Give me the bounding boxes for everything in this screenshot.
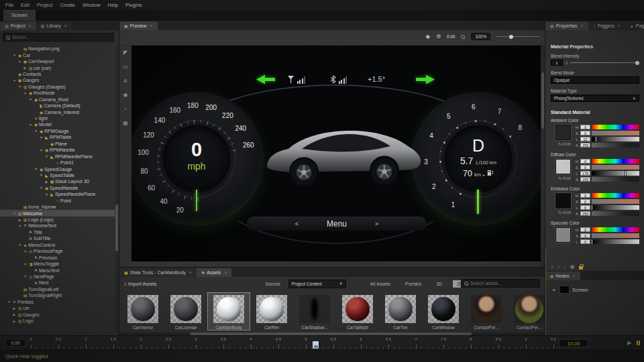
color-swatch[interactable]	[555, 159, 571, 174]
select-tool-icon[interactable]: ◤	[123, 50, 127, 56]
tab-library[interactable]: ▥Library×	[36, 21, 72, 30]
tree-item-nextpage[interactable]: ▼◎NextPage	[0, 274, 115, 280]
channel-value[interactable]: 0	[580, 205, 590, 210]
expander-icon[interactable]: ▼	[12, 53, 17, 57]
assets-search[interactable]	[461, 279, 540, 288]
menu-edit[interactable]: Edit	[21, 2, 30, 8]
channel-value[interactable]: 255	[580, 211, 590, 216]
timeline-end-time[interactable]: 10,00	[559, 339, 588, 347]
display-mode-icon[interactable]: ◉	[425, 34, 430, 40]
channel-value[interactable]: 0	[580, 199, 590, 204]
timeline[interactable]: 0,00 00.511.522.533.544.555.566.577.588.…	[0, 335, 644, 350]
tree-item-gauges[interactable]: ▶▥Gauges	[0, 311, 115, 317]
source-dropdown[interactable]: Project Content ▼	[288, 280, 346, 288]
to-rgb-button[interactable]: To RGB	[558, 142, 571, 146]
edit-button[interactable]: Edit	[447, 34, 455, 39]
asset-carrim[interactable]: CarRim	[251, 293, 292, 330]
blend-mode-select[interactable]: Opaque	[551, 76, 639, 84]
expander-icon[interactable]: ▼	[23, 274, 28, 278]
help-icon[interactable]: ?	[551, 265, 553, 269]
expander-icon[interactable]: ▼	[28, 123, 33, 127]
tree-item-previous[interactable]: APrevious	[0, 254, 115, 260]
tree-item-logo[interactable]: ▶▥Logo	[0, 318, 115, 324]
tree-item-logo-logo[interactable]: ▶▥Logo (Logo)	[0, 217, 115, 223]
expander-icon[interactable]: ▼	[44, 154, 49, 158]
tree-item-rpmgauge[interactable]: ▼◉RPMGauge	[0, 128, 115, 134]
tree-item-rpmneedleplane[interactable]: ▼◣RPMNeedlePlane	[0, 153, 115, 159]
zoom-slider-knob[interactable]	[509, 35, 513, 39]
close-icon[interactable]: ×	[150, 23, 153, 28]
expander-icon[interactable]: ▼	[23, 91, 28, 95]
menu-project[interactable]: Project	[37, 2, 52, 8]
tree-item-rootnode[interactable]: ▼◉RootNode	[0, 90, 115, 96]
tree-item-carviewport[interactable]: ▼▣CarViewport	[0, 58, 115, 64]
timeline-current-time[interactable]: 0,00	[5, 339, 25, 347]
expander-icon[interactable]: ▼	[17, 243, 22, 247]
channel-slider[interactable]	[592, 137, 639, 141]
expander-icon[interactable]: ▶	[552, 288, 557, 292]
material-type-select[interactable]: PhongTextured ▼	[551, 95, 639, 102]
asset-carinterior[interactable]: CarInterior	[122, 293, 164, 330]
tab-screen[interactable]: Screen	[3, 10, 36, 21]
tree-item-gauges[interactable]: ▼▣Gauges	[0, 77, 115, 83]
channel-value[interactable]: 0	[580, 159, 590, 164]
color-swatch[interactable]	[555, 227, 571, 243]
expander-icon[interactable]: ▼	[39, 186, 44, 190]
expander-icon[interactable]: ▼	[39, 173, 44, 177]
tree-item-model[interactable]: ▼◉Model	[0, 121, 115, 127]
asset-carlicense[interactable]: CarLicense	[165, 293, 207, 330]
tree-item-title[interactable]: ATitle	[0, 229, 115, 235]
channel-value[interactable]: 0	[580, 125, 590, 129]
play-icon[interactable]: ▶	[627, 340, 631, 346]
close-icon[interactable]: ×	[28, 23, 31, 28]
tree-item-icons-toprow[interactable]: ▤icons_toprow	[0, 204, 115, 210]
expander-icon[interactable]: ▼	[39, 135, 44, 139]
tree-item-welcometext[interactable]: ▼TWelcomeText	[0, 223, 115, 229]
expander-icon[interactable]: ▼	[12, 78, 17, 82]
filter-prefabs[interactable]: Prefabs	[401, 280, 425, 288]
color-swatch[interactable]	[555, 125, 571, 140]
expander-icon[interactable]: ▶	[17, 218, 22, 222]
frame-icon[interactable]: ▦	[570, 264, 574, 269]
close-icon[interactable]: ×	[618, 23, 621, 28]
tree-item-subtitle[interactable]: ASubTitle	[0, 235, 115, 241]
tree-item-camera-default[interactable]: ◧Camera (Default)	[0, 103, 115, 109]
channel-value[interactable]: 178	[580, 171, 590, 176]
menu-create[interactable]: Create	[60, 2, 75, 8]
document-icon[interactable]	[313, 341, 319, 349]
channel-slider[interactable]	[592, 159, 639, 164]
expander-icon[interactable]: ▼	[12, 211, 17, 215]
expander-icon[interactable]: ▶	[44, 180, 49, 184]
channel-value[interactable]: 255	[580, 143, 590, 147]
blend-intensity-slider[interactable]	[570, 62, 639, 63]
tree-item-prefabs[interactable]: ▼●Prefabs	[0, 299, 115, 305]
channel-value[interactable]: 0	[580, 227, 590, 232]
tree-item-speedgauge[interactable]: ▼◉SpeedGauge	[0, 166, 115, 172]
tree-item-welcome[interactable]: ▼▧Welcome	[0, 210, 115, 216]
expander-icon[interactable]: ▼	[17, 84, 22, 88]
expander-icon[interactable]: ▼	[7, 300, 11, 304]
expander-icon[interactable]: ▼	[34, 129, 38, 133]
prev-icon[interactable]: ‹	[558, 265, 559, 269]
import-assets-button[interactable]: ⤓ Import Assets	[124, 281, 157, 286]
menu-plugins[interactable]: Plugins	[125, 2, 142, 8]
filter-3d[interactable]: 3D	[432, 280, 446, 288]
channel-slider[interactable]	[592, 171, 639, 176]
asset-cartire[interactable]: CarTire	[380, 293, 421, 330]
cluster-viewport[interactable]: 20406080100120140160180200220240260 1234…	[131, 46, 541, 261]
channel-value[interactable]: 0	[580, 165, 590, 170]
tree-item-turnsignalleft[interactable]: ▤TurnSignalLeft	[0, 286, 115, 292]
expander-icon[interactable]: ▼	[23, 249, 28, 253]
tree-item-rpmtable[interactable]: ▼◣RPMTable	[0, 134, 115, 140]
expander-icon[interactable]: ▼	[17, 224, 22, 228]
asset-carshadow[interactable]: CarShadow...	[294, 293, 335, 330]
tree-item-camera-root[interactable]: ▼◉Camera_Root	[0, 97, 115, 103]
channel-value[interactable]: 22	[580, 137, 590, 141]
channel-value[interactable]: 0	[580, 193, 590, 198]
channel-value[interactable]: 0	[580, 233, 590, 238]
tree-item-plane[interactable]: ◉Plane	[0, 141, 115, 147]
expander-icon[interactable]: ▼	[23, 262, 28, 266]
zoom-slider[interactable]	[496, 36, 539, 37]
filter-all-assets[interactable]: All Assets	[366, 280, 394, 288]
expander-icon[interactable]: ▼	[39, 148, 44, 152]
